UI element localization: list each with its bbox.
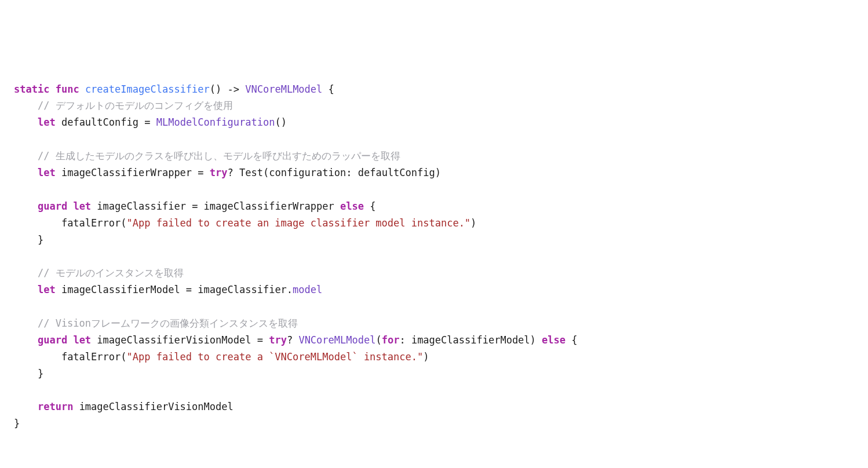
keyword-try: try (269, 334, 287, 346)
brace: } (14, 368, 43, 379)
identifier: imageClassifier (97, 200, 186, 212)
code-line: let imageClassifierModel = imageClassifi… (14, 284, 322, 295)
code-block: static func createImageClassifier() -> V… (14, 81, 854, 433)
type: VNCoreMLModel (298, 334, 375, 346)
keyword-guard: guard (38, 334, 67, 346)
code-line: return imageClassifierVisionModel (14, 401, 234, 412)
call: fatalError( (61, 351, 127, 363)
keyword-else: else (340, 200, 364, 212)
call: Test(configuration: defaultConfig) (239, 167, 441, 178)
keyword-for: for (382, 334, 400, 346)
brace: } (14, 418, 20, 429)
keyword-func: func (56, 83, 79, 95)
keyword-guard: guard (38, 200, 67, 212)
function-name: createImageClassifier (85, 83, 210, 95)
keyword-try: try (210, 167, 228, 178)
comment: // デフォルトのモデルのコンフィグを使用 (14, 100, 233, 111)
keyword-static: static (14, 83, 49, 95)
brace: { (322, 83, 334, 95)
identifier: imageClassifierWrapper (61, 167, 192, 178)
type: MLModelConfiguration (156, 116, 275, 128)
keyword-let: let (73, 334, 91, 346)
code-line: static func createImageClassifier() -> V… (14, 83, 334, 95)
comment: // 生成したモデルのクラスを呼び出し、モデルを呼び出すためのラッパーを取得 (14, 150, 400, 162)
code-line: guard let imageClassifierVisionModel = t… (14, 334, 578, 346)
identifier: defaultConfig (61, 116, 138, 128)
return-type: VNCoreMLModel (245, 83, 322, 95)
code-line: fatalError("App failed to create a `VNCo… (14, 351, 429, 363)
keyword-let: let (38, 284, 56, 295)
call: fatalError( (61, 217, 127, 229)
code-line: let defaultConfig = MLModelConfiguration… (14, 116, 287, 128)
identifier: imageClassifierVisionModel (97, 334, 251, 346)
string-literal: "App failed to create a `VNCoreMLModel` … (126, 351, 423, 363)
comment: // Visionフレームワークの画像分類インスタンスを取得 (14, 317, 298, 329)
identifier: imageClassifierModel (61, 284, 180, 295)
property: model (293, 284, 322, 295)
keyword-else: else (542, 334, 566, 346)
keyword-let: let (38, 167, 56, 178)
comment: // モデルのインスタンスを取得 (14, 267, 184, 279)
arrow: -> (221, 83, 245, 95)
keyword-let: let (38, 116, 56, 128)
identifier: imageClassifierVisionModel (79, 401, 234, 412)
brace: } (14, 234, 43, 246)
code-line: guard let imageClassifier = imageClassif… (14, 200, 375, 212)
string-literal: "App failed to create an image classifie… (126, 217, 471, 229)
code-line: let imageClassifierWrapper = try? Test(c… (14, 167, 441, 178)
keyword-return: return (38, 401, 73, 412)
parens: () (210, 83, 221, 95)
keyword-let: let (73, 200, 91, 212)
code-line: fatalError("App failed to create an imag… (14, 217, 476, 229)
